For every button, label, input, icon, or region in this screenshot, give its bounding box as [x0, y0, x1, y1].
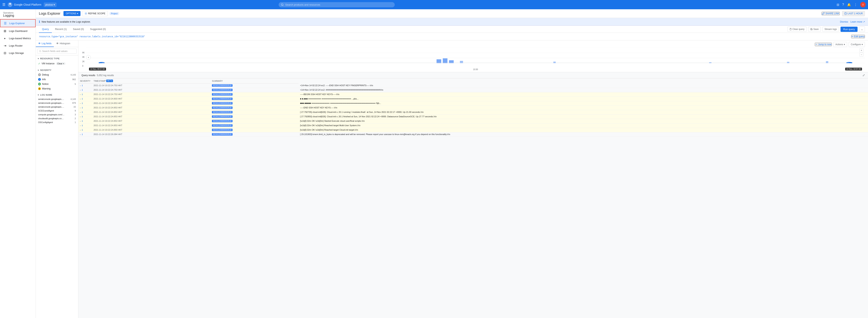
table-row[interactable]: › i 2021-11-14 10:22:24.853 HKT 92161220…: [79, 110, 868, 114]
query-tab-recent[interactable]: Recent (1): [52, 26, 70, 33]
logname-item-6[interactable]: OSConfigAgent 1: [36, 120, 78, 124]
severity-item-info[interactable]: i Info 902: [36, 77, 78, 82]
table-row[interactable]: › i 2021-11-14 10:22:24.853 HKT 92161220…: [79, 123, 868, 128]
table-row[interactable]: › i 2021-11-14 10:22:24.753 HKT 92161220…: [79, 92, 868, 97]
row-instance-2[interactable]: 92161220009353518: [210, 92, 298, 97]
logname-header[interactable]: ▼ LOG NAME: [36, 93, 78, 97]
row-instance-7[interactable]: 92161220009353518: [210, 114, 298, 119]
options-button[interactable]: OPTIONS ▾: [63, 11, 81, 16]
row-expand-icon-10[interactable]: ›: [80, 129, 81, 131]
more-options-icon[interactable]: ⋮: [854, 3, 857, 7]
expand-results-button[interactable]: ⤢: [862, 73, 865, 77]
table-row[interactable]: › i 2021-11-14 10:22:24.853 HKT 92161220…: [79, 114, 868, 119]
severity-item-warning[interactable]: ⚠ Warning: [36, 86, 78, 91]
sidebar-item-logs-explorer[interactable]: ☰ Logs Explorer: [0, 19, 36, 27]
histogram-area: Jump to now Actions ▾ Configure ▾: [79, 40, 868, 72]
refine-scope-button[interactable]: REFINE SCOPE: [82, 11, 108, 16]
timestamp-sort-icon[interactable]: HKT ▾: [106, 80, 113, 82]
row-timestamp-8: 2021-11-14 10:22:24.853 HKT: [92, 119, 210, 123]
expand-button[interactable]: ⌄: [859, 27, 865, 32]
row-expand-icon-5[interactable]: ›: [80, 107, 81, 109]
sidebar-item-logs-based-metrics[interactable]: ⬧ Logs-based Metrics: [0, 35, 36, 42]
clear-query-button[interactable]: Clear query: [787, 27, 807, 32]
histogram-nav-left-button[interactable]: ‹: [86, 55, 91, 60]
share-link-button[interactable]: SHARE LINK: [822, 12, 840, 15]
stream-logs-button[interactable]: Stream logs: [822, 27, 839, 32]
row-expand-icon-7[interactable]: ›: [80, 116, 81, 118]
project-selector[interactable]: pkslow ▾: [44, 2, 57, 7]
time-range-button[interactable]: LAST 1 HOUR: [842, 11, 865, 16]
logname-item-2[interactable]: serialconsole.googleapis.com/serial_port…: [36, 105, 78, 109]
query-tab-actions: Clear query Save Stream logs Run query ⌄: [787, 27, 865, 32]
sev-icon-notice: N: [38, 83, 41, 85]
search-fields-input[interactable]: Search fields and values: [37, 49, 76, 54]
global-search-input[interactable]: [285, 3, 393, 6]
sidebar-item-logs-router[interactable]: ⇥ Logs Router: [0, 42, 36, 49]
table-row[interactable]: › i 2021-11-14 10:22:24.853 HKT 92161220…: [79, 101, 868, 106]
th-severity: SEVERITY: [79, 78, 92, 83]
learn-more-button[interactable]: Learn more ↗: [850, 21, 865, 23]
sidebar-item-logs-storage[interactable]: ⊟ Logs Storage: [0, 49, 36, 57]
table-row[interactable]: › i 2021-11-14 10:22:24.803 HKT 92161220…: [79, 97, 868, 101]
row-expand-icon-6[interactable]: ›: [80, 111, 81, 113]
query-tab-query[interactable]: Query: [39, 26, 52, 33]
clear-icon: [789, 28, 792, 30]
query-tab-saved[interactable]: Saved (0): [70, 26, 87, 33]
table-row[interactable]: › i 2021-11-14 10:22:24.853 HKT 92161220…: [79, 106, 868, 110]
edit-query-button[interactable]: ✏ Edit query: [851, 35, 865, 38]
logname-item-3[interactable]: GCEGuestAgent 9: [36, 109, 78, 113]
hamburger-menu[interactable]: ☰: [2, 2, 5, 7]
logname-item-5[interactable]: cloudaudit.googleapis.com/activity 2: [36, 116, 78, 120]
row-instance-3[interactable]: 92161220009353518: [210, 97, 298, 101]
actions-button[interactable]: Actions ▾: [833, 42, 847, 47]
table-row[interactable]: › i 2021-11-14 10:22:26.084 HKT 92161220…: [79, 132, 868, 137]
logname-item-4[interactable]: compute.googleapis.com/shielded_vm_integ…: [36, 113, 78, 116]
row-expand-icon-11[interactable]: ›: [80, 134, 81, 136]
row-instance-6[interactable]: 92161220009353518: [210, 110, 298, 114]
row-expand-icon-3[interactable]: ›: [80, 98, 81, 100]
help-icon[interactable]: ?: [842, 3, 844, 6]
row-instance-10[interactable]: 92161220009353518: [210, 128, 298, 132]
cloud-shell-icon[interactable]: ⊟: [837, 3, 839, 7]
severity-item-debug[interactable]: D Debug 4,143: [36, 72, 78, 77]
query-text[interactable]: resource.type="gce_instance" resource.la…: [39, 35, 145, 38]
run-query-button[interactable]: Run query: [840, 27, 858, 32]
row-expand-icon-1[interactable]: ›: [80, 89, 81, 91]
global-search-bar[interactable]: [279, 2, 395, 7]
resource-type-header[interactable]: ▼ RESOURCE TYPE: [36, 56, 78, 61]
logname-item-0[interactable]: serialconsole.googleapis.com/serial_port…: [36, 97, 78, 101]
table-row[interactable]: › i 2021-11-14 10:22:24.753 HKT 92161220…: [79, 83, 868, 88]
row-expand-icon-9[interactable]: ›: [80, 125, 81, 127]
row-instance-8[interactable]: 92161220009353518: [210, 119, 298, 123]
table-row[interactable]: › i 2021-11-14 10:22:24.753 HKT 92161220…: [79, 88, 868, 92]
configure-button[interactable]: Configure ▾: [849, 42, 865, 47]
clear-resource-button[interactable]: Clear ×: [56, 62, 66, 65]
logname-item-1[interactable]: serialconsole.googleapis.com/serial_port…: [36, 101, 78, 105]
row-instance-1[interactable]: 92161220009353518: [210, 88, 298, 92]
severity-item-notice[interactable]: N Notice 5: [36, 82, 78, 86]
row-expand-icon-2[interactable]: ›: [80, 94, 81, 96]
table-row[interactable]: › i 2021-11-14 10:22:24.853 HKT 92161220…: [79, 119, 868, 123]
query-tab-suggested[interactable]: Suggested (0): [87, 26, 109, 33]
sidebar-item-logs-dashboard[interactable]: ⊞ Logs Dashboard: [0, 27, 36, 35]
row-instance-5[interactable]: 92161220009353518: [210, 106, 298, 110]
zoom-in-button[interactable]: +: [860, 48, 863, 52]
row-instance-4[interactable]: 92161220009353518: [210, 101, 298, 106]
jump-to-now-button[interactable]: Jump to now: [815, 43, 832, 46]
row-sev-icon-2: i: [82, 93, 83, 96]
row-expand-icon-8[interactable]: ›: [80, 120, 81, 122]
tab-log-fields[interactable]: 👁 Log fields: [36, 40, 54, 47]
zoom-out-button[interactable]: −: [860, 53, 863, 57]
dismiss-button[interactable]: Dismiss: [840, 21, 848, 23]
user-avatar[interactable]: U: [860, 2, 866, 7]
row-instance-0[interactable]: 92161220009353518: [210, 83, 298, 88]
notifications-icon[interactable]: 🔔: [847, 3, 851, 7]
row-expand-icon-4[interactable]: ›: [80, 102, 81, 105]
row-expand-icon-0[interactable]: ›: [80, 84, 81, 87]
severity-header[interactable]: ▼ SEVERITY: [36, 68, 78, 72]
save-button[interactable]: Save: [808, 27, 821, 32]
row-instance-9[interactable]: 92161220009353518: [210, 123, 298, 128]
row-instance-11[interactable]: 92161220009353518: [210, 132, 298, 137]
tab-histogram[interactable]: 👁 Histogram: [54, 40, 72, 47]
table-row[interactable]: › i 2021-11-14 10:22:24.893 HKT 92161220…: [79, 128, 868, 132]
